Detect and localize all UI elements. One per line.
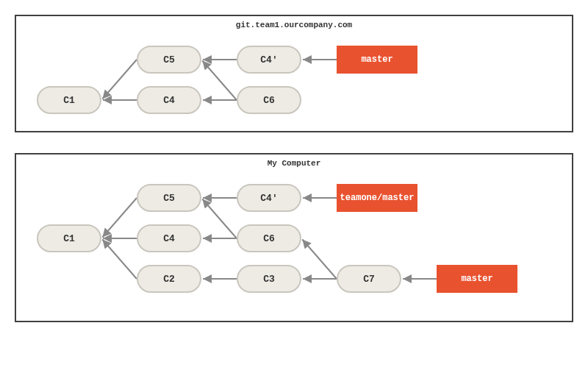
commit-c5: C5 [137,46,201,74]
commit-c6: C6 [237,224,301,252]
ref-teamone-master: teamone/master [337,184,417,212]
local-repo-panel: My Computer C1C5C4C2C4'C6C3C7teamone/mas… [15,153,573,322]
arrow [302,240,337,279]
commit-c4: C4 [137,224,201,252]
ref-master: master [437,265,517,293]
remote-repo-panel: git.team1.ourcompany.com C1C5C4C4'C6mast… [15,15,573,132]
commit-c4: C4 [137,86,201,114]
commit-c4p: C4' [237,184,301,212]
commit-c6: C6 [237,86,301,114]
ref-master: master [337,46,417,74]
arrow [202,199,237,238]
panel-title: My Computer [16,154,572,168]
panel-title: git.team1.ourcompany.com [16,16,572,29]
arrow [102,198,137,237]
commit-c3: C3 [237,265,301,293]
commit-c4p: C4' [237,46,301,74]
commit-c5: C5 [137,184,201,212]
arrow [102,60,137,99]
commit-c7: C7 [337,265,401,293]
arrow [102,240,137,279]
arrow [202,61,237,100]
commit-c1: C1 [37,224,101,252]
commit-c1: C1 [37,86,101,114]
commit-c2: C2 [137,265,201,293]
arrows-layer [16,16,572,131]
